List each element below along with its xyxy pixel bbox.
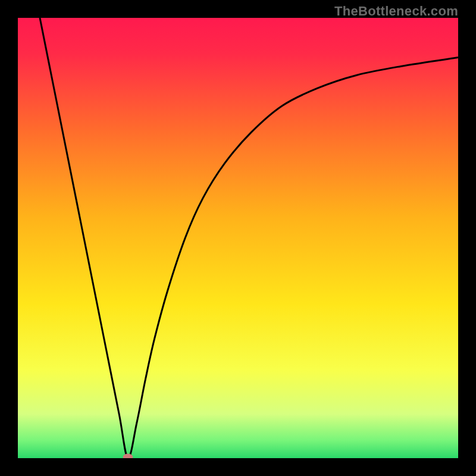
plot-area — [18, 18, 458, 458]
chart-frame: TheBottleneck.com — [0, 0, 476, 476]
chart-svg — [18, 18, 458, 458]
attribution-text: TheBottleneck.com — [334, 4, 458, 19]
minimum-marker — [123, 454, 133, 458]
